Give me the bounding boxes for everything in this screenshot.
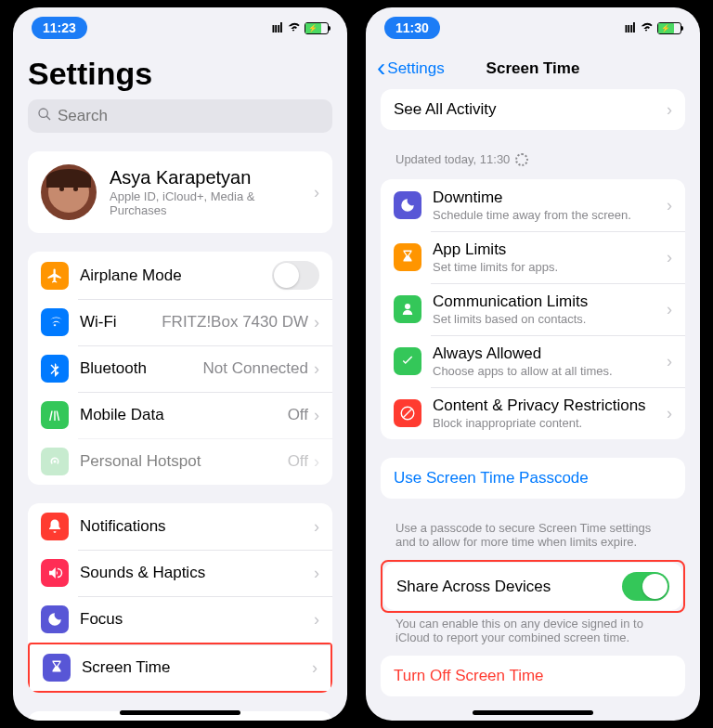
- row-label: Airplane Mode: [80, 266, 272, 285]
- search-icon: [37, 107, 52, 125]
- share-toggle[interactable]: [622, 572, 669, 601]
- share-footer: You can enable this on any device signed…: [381, 613, 685, 656]
- wifi-icon: [41, 308, 69, 336]
- use-passcode-row[interactable]: Use Screen Time Passcode: [381, 458, 685, 499]
- row-label: Content & Privacy Restrictions: [433, 396, 667, 415]
- row-downtime[interactable]: DowntimeSchedule time away from the scre…: [381, 179, 685, 231]
- chevron-right-icon: [667, 248, 672, 267]
- chevron-right-icon: [667, 300, 672, 319]
- hourglass-icon: [394, 243, 421, 271]
- profile-sub: Apple ID, iCloud+, Media & Purchases: [110, 189, 314, 217]
- row-label: Sounds & Haptics: [80, 564, 314, 582]
- wifi-status-icon: [639, 20, 654, 35]
- bell-icon: [41, 513, 69, 540]
- svg-point-0: [39, 109, 47, 117]
- row-value: Not Connected: [203, 359, 308, 378]
- share-highlight: Share Across Devices: [381, 560, 685, 613]
- row-sounds-haptics[interactable]: Sounds & Haptics: [28, 550, 332, 596]
- wifi-status-icon: [286, 20, 301, 35]
- airplane-icon: [41, 262, 69, 290]
- page-title: Settings: [28, 56, 332, 92]
- row-sub: Set time limits for apps.: [433, 260, 667, 274]
- loading-spinner-icon: [515, 153, 528, 166]
- chevron-right-icon: [314, 406, 319, 425]
- notifications-group: Notifications Sounds & Haptics Focus Scr…: [28, 503, 332, 693]
- row-label: Notifications: [80, 517, 314, 536]
- home-indicator[interactable]: [120, 710, 240, 715]
- see-all-activity-row[interactable]: See All Activity: [381, 89, 685, 130]
- row-label: Focus: [80, 610, 314, 629]
- row-airplane-mode[interactable]: Airplane Mode: [28, 252, 332, 299]
- battery-icon: [657, 22, 681, 34]
- row-app-limits[interactable]: App LimitsSet time limits for apps.: [381, 231, 685, 283]
- speaker-icon: [41, 559, 69, 587]
- screentime-content: See All Activity Updated today, 11:30 Do…: [366, 89, 700, 721]
- row-bluetooth[interactable]: Bluetooth Not Connected: [28, 345, 332, 392]
- row-label: Always Allowed: [433, 344, 667, 363]
- row-value: FRITZ!Box 7430 DW: [162, 313, 308, 332]
- home-indicator[interactable]: [473, 710, 593, 715]
- row-label: Communication Limits: [433, 292, 667, 311]
- row-label: App Limits: [433, 240, 667, 259]
- chevron-right-icon: [314, 183, 319, 202]
- row-focus[interactable]: Focus: [28, 596, 332, 643]
- nav-title: Screen Time: [486, 59, 580, 78]
- features-group: DowntimeSchedule time away from the scre…: [381, 179, 685, 439]
- chevron-right-icon: [667, 404, 672, 423]
- search-input[interactable]: [58, 107, 323, 125]
- row-notifications[interactable]: Notifications: [28, 503, 332, 550]
- back-button[interactable]: Settings: [377, 59, 445, 78]
- row-screen-time[interactable]: Screen Time: [28, 643, 332, 693]
- chevron-right-icon: [314, 517, 319, 537]
- bluetooth-icon: [41, 355, 69, 383]
- status-time: 11:30: [384, 17, 440, 39]
- share-group: Share Across Devices: [383, 563, 682, 610]
- row-label: Downtime: [433, 188, 667, 207]
- status-bar: 11:23 ıııl: [13, 7, 347, 48]
- row-communication-limits[interactable]: Communication LimitsSet limits based on …: [381, 283, 685, 335]
- screentime-screen: 11:30 ıııl Settings Screen Time See All …: [366, 7, 700, 721]
- row-label: Personal Hotspot: [80, 452, 288, 471]
- row-value: Off: [288, 406, 308, 424]
- antenna-icon: [41, 401, 69, 429]
- search-box[interactable]: [28, 99, 332, 133]
- row-wi-fi[interactable]: Wi-Fi FRITZ!Box 7430 DW: [28, 299, 332, 345]
- moon2-icon: [394, 191, 421, 219]
- block-icon: [394, 399, 421, 427]
- passcode-footer: Use a passcode to secure Screen Time set…: [381, 517, 685, 560]
- chevron-right-icon: [314, 564, 319, 583]
- hotspot-icon: [41, 448, 69, 475]
- chevron-right-icon: [312, 658, 318, 678]
- status-time: 11:23: [32, 17, 87, 39]
- profile-name: Asya Karapetyan: [110, 167, 314, 188]
- profile-row[interactable]: Asya Karapetyan Apple ID, iCloud+, Media…: [28, 151, 332, 233]
- row-mobile-data[interactable]: Mobile Data Off: [28, 392, 332, 438]
- signal-icon: ıııl: [271, 20, 282, 35]
- hourglass-icon: [43, 654, 71, 682]
- turnoff-group: Turn Off Screen Time: [381, 656, 685, 696]
- passcode-group: Use Screen Time Passcode: [381, 458, 685, 499]
- battery-icon: [305, 22, 329, 34]
- activity-group: See All Activity: [381, 89, 685, 130]
- share-across-devices-row[interactable]: Share Across Devices: [383, 563, 682, 610]
- status-icons: ıııl: [271, 20, 329, 35]
- signal-icon: ıııl: [624, 20, 635, 35]
- chevron-right-icon: [667, 100, 672, 120]
- status-icons: ıııl: [624, 20, 681, 35]
- profile-group: Asya Karapetyan Apple ID, iCloud+, Media…: [28, 151, 332, 233]
- row-sub: Schedule time away from the screen.: [433, 208, 667, 222]
- row-sub: Block inappropriate content.: [433, 416, 667, 430]
- chevron-right-icon: [667, 196, 672, 215]
- row-label: Wi-Fi: [80, 313, 162, 332]
- chevron-right-icon: [314, 313, 319, 332]
- row-personal-hotspot[interactable]: Personal Hotspot Off: [28, 438, 332, 485]
- toggle[interactable]: [272, 261, 319, 290]
- row-content-privacy-restrictions[interactable]: Content & Privacy RestrictionsBlock inap…: [381, 387, 685, 439]
- person-icon: [394, 295, 421, 323]
- connectivity-group: Airplane Mode Wi-Fi FRITZ!Box 7430 DW Bl…: [28, 252, 332, 485]
- turn-off-row[interactable]: Turn Off Screen Time: [381, 656, 685, 696]
- row-always-allowed[interactable]: Always AllowedChoose apps to allow at al…: [381, 335, 685, 387]
- avatar: [41, 164, 97, 220]
- row-label: Mobile Data: [80, 406, 288, 424]
- settings-content: Settings Asya Karapetyan Apple ID, iClou…: [13, 48, 347, 721]
